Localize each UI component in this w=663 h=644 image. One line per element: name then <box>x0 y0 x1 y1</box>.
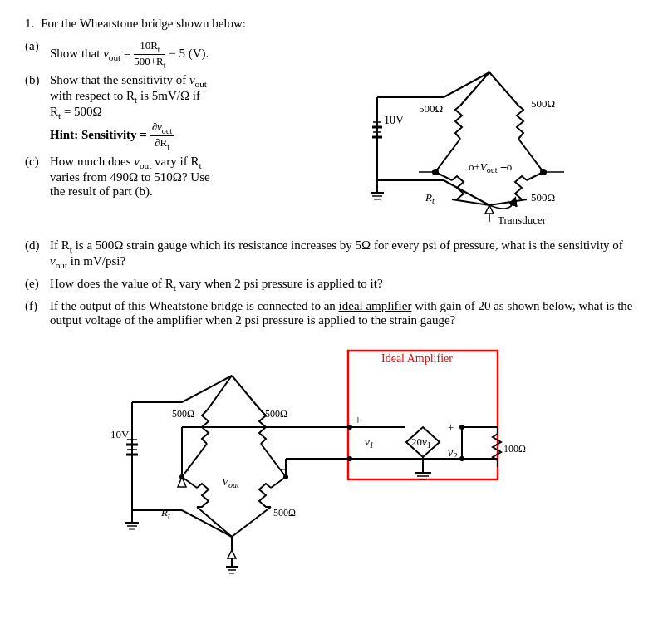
part-c-text: How much does vout vary if Rt varies fro… <box>50 155 332 199</box>
part-f: (f) If the output of this Wheatstone bri… <box>25 299 638 327</box>
part-e: (e) How does the value of Rt vary when 2… <box>25 277 638 293</box>
right-column-top-circuit: 10V 500Ω <box>341 39 638 230</box>
svg-line-57 <box>271 477 286 488</box>
svg-text:100Ω: 100Ω <box>503 443 526 455</box>
part-a-text: Show that vout = 10Rt 500+Rt − 5 (V). <box>50 39 332 69</box>
svg-text:+: + <box>448 421 454 434</box>
svg-text:500Ω: 500Ω <box>531 191 555 204</box>
part-b-text: Show that the sensitivity of vout with r… <box>50 73 332 150</box>
svg-text:−: − <box>280 464 286 475</box>
svg-text:500Ω: 500Ω <box>531 97 555 110</box>
left-column: (a) Show that vout = 10Rt 500+Rt − 5 (V)… <box>25 39 332 230</box>
svg-line-11 <box>444 72 489 97</box>
svg-text:500Ω: 500Ω <box>265 408 287 420</box>
svg-line-47 <box>207 376 232 410</box>
svg-line-58 <box>232 507 271 537</box>
part-d: (d) If Rt is a 500Ω strain gauge which i… <box>25 238 638 270</box>
question-intro: For the Wheatstone bridge shown below: <box>41 17 246 31</box>
part-b: (b) Show that the sensitivity of vout wi… <box>25 73 332 150</box>
svg-text:10V: 10V <box>110 428 130 440</box>
svg-text:o+Vout ‒o: o+Vout ‒o <box>469 160 512 175</box>
svg-text:500Ω: 500Ω <box>419 102 443 115</box>
part-c: (c) How much does vout vary if Rt varies… <box>25 155 332 199</box>
part-e-text: How does the value of Rt vary when 2 psi… <box>50 277 638 293</box>
part-d-text: If Rt is a 500Ω strain gauge which its r… <box>50 238 638 270</box>
svg-text:500Ω: 500Ω <box>172 408 194 420</box>
part-f-label: (f) <box>25 299 50 327</box>
svg-text:500Ω: 500Ω <box>273 507 296 519</box>
svg-text:Ideal Amplifier: Ideal Amplifier <box>381 352 453 365</box>
part-d-label: (d) <box>25 238 50 270</box>
part-b-label: (b) <box>25 73 50 150</box>
svg-line-15 <box>435 139 460 172</box>
part-a: (a) Show that vout = 10Rt 500+Rt − 5 (V)… <box>25 39 332 69</box>
svg-line-44 <box>182 376 232 402</box>
svg-line-21 <box>489 199 527 205</box>
svg-text:+: + <box>355 414 361 426</box>
question-container: 1. For the Wheatstone bridge shown below… <box>25 17 638 577</box>
amplifier-circuit: Ideal Amplifier 10V 500 <box>99 344 564 577</box>
bottom-circuit-container: Ideal Amplifier 10V 500 <box>25 344 638 577</box>
svg-text:Transducer: Transducer <box>498 214 547 226</box>
svg-line-46 <box>182 510 232 537</box>
question-header: 1. For the Wheatstone bridge shown below… <box>25 17 638 31</box>
svg-text:Vout: Vout <box>222 475 239 489</box>
svg-line-17 <box>518 139 543 172</box>
svg-text:Rt: Rt <box>425 191 435 205</box>
svg-text:+: + <box>185 464 191 475</box>
svg-marker-66 <box>228 550 236 558</box>
svg-line-50 <box>232 376 261 410</box>
part-c-label: (c) <box>25 155 50 199</box>
svg-text:v1: v1 <box>365 435 374 450</box>
part-e-label: (e) <box>25 277 50 293</box>
part-a-label: (a) <box>25 39 50 69</box>
question-number: 1. <box>25 17 34 31</box>
svg-text:Rt: Rt <box>160 506 170 520</box>
part-f-text: If the output of this Wheatstone bridge … <box>50 299 638 327</box>
wheatstone-circuit-top: 10V 500Ω <box>369 47 610 230</box>
svg-text:10V: 10V <box>384 114 404 126</box>
